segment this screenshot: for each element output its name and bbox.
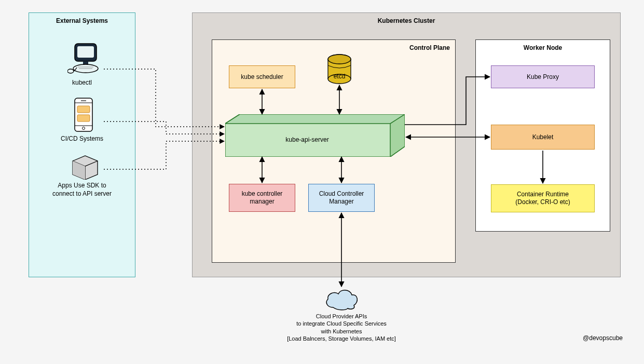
cicd-label: CI/CD Systems: [29, 135, 135, 143]
kube-scheduler-label: kube scheduler: [241, 73, 283, 81]
worker-node-title: Worker Node: [476, 40, 610, 51]
svg-marker-26: [225, 114, 405, 124]
cloud-label: Cloud Provider APIs to integrate Cloud S…: [264, 313, 419, 342]
kube-controller-mgr-label: kube controller manager: [242, 190, 283, 206]
cluster-title: Kubernetes Cluster: [193, 13, 620, 24]
box-icon: [71, 154, 100, 180]
container-runtime-box: Container Runtime (Docker, CRI-O etc): [491, 184, 595, 212]
container-runtime-label: Container Runtime (Docker, CRI-O etc): [515, 191, 570, 206]
cloud-controller-mgr-label: Cloud Controller Manager: [319, 190, 364, 206]
api-server-box: [225, 114, 405, 157]
svg-point-22: [328, 55, 351, 64]
svg-rect-1: [77, 46, 94, 58]
svg-point-6: [67, 69, 74, 73]
apps-label: Apps Use SDK to connect to API server: [39, 182, 125, 198]
kubelet-label: Kubelet: [532, 133, 554, 141]
control-plane-title: Control Plane: [409, 44, 450, 52]
cloud-controller-mgr-box: Cloud Controller Manager: [308, 184, 375, 212]
watermark: @devopscube: [560, 334, 623, 343]
kube-proxy-box: Kube Proxy: [491, 65, 595, 88]
api-server-label: kube-api-server: [225, 136, 389, 144]
computer-icon: [67, 43, 104, 75]
kube-scheduler-box: kube scheduler: [229, 65, 295, 88]
phone-icon: [73, 98, 94, 132]
kube-proxy-label: Kube Proxy: [527, 73, 559, 81]
external-title: External Systems: [29, 13, 135, 24]
diagram-canvas: External Systems kubectl CI/CD Systems A…: [0, 0, 644, 364]
kube-controller-mgr-box: kube controller manager: [229, 184, 295, 212]
kubelet-box: Kubelet: [491, 125, 595, 150]
etcd-label: etcd: [313, 73, 365, 81]
cloud-icon: [323, 287, 360, 311]
svg-rect-13: [77, 115, 90, 122]
svg-rect-12: [77, 106, 90, 113]
kubectl-label: kubectl: [29, 79, 135, 87]
